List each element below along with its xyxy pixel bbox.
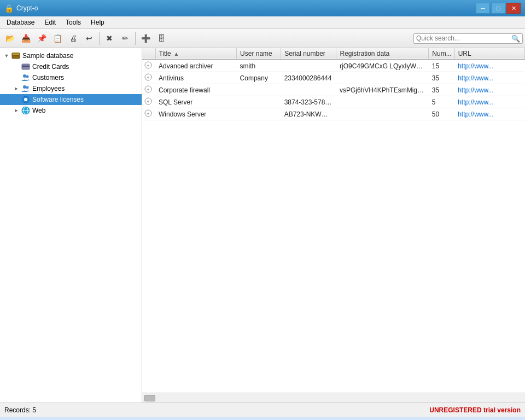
- tree-toggle-sample-db[interactable]: ▼: [2, 53, 11, 59]
- table-area: Title ▲User nameSerial numberRegistratio…: [142, 48, 525, 402]
- records-table: Title ▲User nameSerial numberRegistratio…: [142, 48, 525, 120]
- table-row[interactable]: +Corporate firewallvsPGj6hVH4KPhTEsmMigh…: [142, 84, 525, 96]
- paste-button[interactable]: 📌: [34, 31, 49, 46]
- tree-label-software-licenses: Software licenses: [32, 96, 84, 103]
- sidebar-item-sample-db[interactable]: ▼Sample database: [0, 50, 142, 61]
- row-icon-cell: +: [142, 72, 155, 84]
- maximize-button[interactable]: □: [491, 3, 505, 14]
- row-icon-cell: +: [142, 84, 155, 96]
- table-row[interactable]: +Advanced archiversmithrjO9C49GMCxG LQyx…: [142, 60, 525, 72]
- cell-title: SQL Server: [155, 96, 237, 108]
- search-input[interactable]: [416, 34, 511, 42]
- sidebar-item-credit-cards[interactable]: Credit Cards: [0, 61, 142, 72]
- close-button[interactable]: ✕: [506, 3, 521, 14]
- cell-username: [237, 84, 281, 96]
- app-title: Crypt-o: [16, 4, 475, 12]
- tree-label-sample-db: Sample database: [22, 52, 73, 60]
- tree-icon-customers: [21, 73, 31, 82]
- col-header-serial[interactable]: Serial number: [281, 48, 336, 60]
- copy-button[interactable]: 📋: [50, 31, 65, 46]
- cell-serial: [281, 60, 336, 72]
- add-button[interactable]: ➕: [138, 31, 153, 46]
- cell-regdata: [336, 96, 429, 108]
- col-icon: [142, 48, 155, 60]
- table-row[interactable]: +AntivirusCompany233400028644435http://w…: [142, 72, 525, 84]
- records-count: Records: 5: [4, 406, 36, 414]
- cell-title: Windows Server: [155, 108, 237, 120]
- cell-title: Advanced archiver: [155, 60, 237, 72]
- svg-text:+: +: [147, 75, 149, 80]
- svg-point-6: [23, 85, 26, 89]
- search-icon: 🔍: [511, 34, 520, 43]
- menu-item-help[interactable]: Help: [86, 18, 109, 27]
- svg-text:+: +: [147, 63, 149, 68]
- svg-point-5: [26, 75, 29, 78]
- cell-serial: 3874-323-578-:...: [281, 96, 336, 108]
- cell-regdata: rjO9C49GMCxG LQyxIyWO7X59: [336, 60, 429, 72]
- search-box: 🔍: [413, 33, 523, 44]
- open-button[interactable]: 📂: [2, 31, 18, 46]
- row-icon-cell: +: [142, 96, 155, 108]
- main-area: ▼Sample databaseCredit CardsCustomers►Em…: [0, 48, 525, 402]
- svg-text:+: +: [147, 99, 149, 104]
- tree-toggle-web[interactable]: ►: [12, 108, 21, 113]
- statusbar: Records: 5 UNREGISTERED trial version: [0, 402, 525, 417]
- svg-point-4: [23, 74, 26, 78]
- tree-toggle-employees[interactable]: ►: [12, 86, 21, 91]
- sidebar-item-web[interactable]: ►Web: [0, 105, 142, 116]
- menu-item-edit[interactable]: Edit: [40, 18, 60, 27]
- cell-url: http://www...: [454, 72, 524, 84]
- undo-button[interactable]: ↩: [81, 31, 97, 46]
- col-header-title[interactable]: Title ▲: [155, 48, 237, 60]
- cell-serial: 2334000286444: [281, 72, 336, 84]
- tree-label-credit-cards: Credit Cards: [32, 63, 69, 71]
- table-row[interactable]: +SQL Server3874-323-578-:...5http://www.…: [142, 96, 525, 108]
- cell-num: 50: [429, 108, 454, 120]
- menubar: DatabaseEditToolsHelp: [0, 16, 525, 29]
- svg-text:+: +: [147, 111, 149, 116]
- table-body: +Advanced archiversmithrjO9C49GMCxG LQyx…: [142, 60, 525, 120]
- tree-icon-web: [21, 106, 31, 115]
- sort-arrow-title: ▲: [172, 51, 179, 57]
- cell-username: Company: [237, 72, 281, 84]
- toolbar-separator: [135, 32, 136, 45]
- sidebar-item-employees[interactable]: ►Employees: [0, 83, 142, 94]
- print-button[interactable]: 🖨: [66, 31, 81, 46]
- tree-label-employees: Employees: [32, 85, 65, 92]
- minimize-button[interactable]: ─: [476, 3, 490, 14]
- import-button[interactable]: 📥: [18, 31, 33, 46]
- cell-regdata: vsPGj6hVH4KPhTEsmMighmewRj9Tx7: [336, 84, 429, 96]
- sidebar-item-software-licenses[interactable]: Software licenses: [0, 94, 142, 105]
- cell-serial: AB723-NKWO2-...: [281, 108, 336, 120]
- col-header-regdata[interactable]: Registration data: [336, 48, 429, 60]
- horizontal-scrollbar[interactable]: [142, 393, 525, 402]
- cell-username: [237, 108, 281, 120]
- cell-serial: [281, 84, 336, 96]
- row-icon-cell: +: [142, 108, 155, 120]
- tree-label-web: Web: [32, 107, 45, 114]
- menu-item-tools[interactable]: Tools: [61, 18, 85, 27]
- cell-url: http://www...: [454, 96, 524, 108]
- row-icon-cell: +: [142, 60, 155, 72]
- cell-url: http://www...: [454, 108, 524, 120]
- tree-icon-credit-cards: [21, 62, 31, 71]
- scroll-thumb[interactable]: [144, 395, 155, 401]
- edit-button[interactable]: ✏: [118, 31, 133, 46]
- cell-url: http://www...: [454, 60, 524, 72]
- toolbar-separator: [99, 32, 100, 45]
- col-header-num[interactable]: Num...: [429, 48, 454, 60]
- svg-text:+: +: [147, 87, 149, 92]
- cell-url: http://www...: [454, 84, 524, 96]
- menu-item-database[interactable]: Database: [2, 18, 39, 27]
- new-db-button[interactable]: 🗄: [154, 31, 169, 46]
- svg-point-7: [26, 86, 29, 89]
- delete-button[interactable]: ✖: [102, 31, 117, 46]
- cell-num: 35: [429, 72, 454, 84]
- col-header-url[interactable]: URL: [454, 48, 524, 60]
- col-header-username[interactable]: User name: [237, 48, 281, 60]
- table-row[interactable]: +Windows ServerAB723-NKWO2-...50http://w…: [142, 108, 525, 120]
- cell-num: 5: [429, 96, 454, 108]
- cell-regdata: [336, 72, 429, 84]
- sidebar-item-customers[interactable]: Customers: [0, 72, 142, 83]
- tree-icon-software-licenses: [21, 95, 31, 104]
